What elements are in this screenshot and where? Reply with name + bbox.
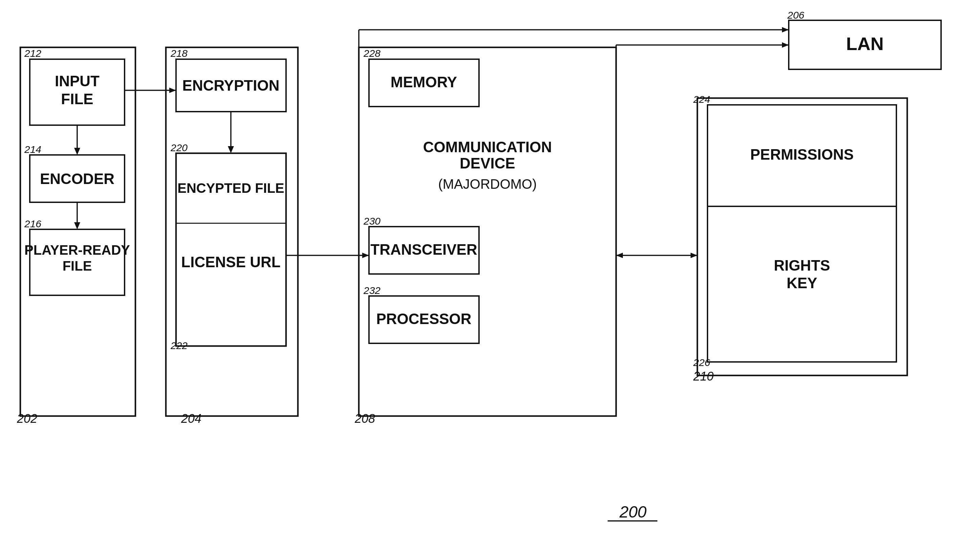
input-file-line1: INPUT <box>55 73 100 89</box>
svg-text:224: 224 <box>693 94 710 105</box>
svg-text:210: 210 <box>693 369 714 383</box>
processor-text: PROCESSOR <box>376 311 471 327</box>
permissions-text: PERMISSIONS <box>750 146 854 163</box>
memory-text: MEMORY <box>391 74 457 90</box>
main-diagram: 202 212 INPUT FILE 214 ENCODER 216 PLAYE… <box>0 0 980 550</box>
comm-device-title-text: COMMUNICATION <box>423 139 552 155</box>
svg-text:230: 230 <box>363 216 380 227</box>
figure-number-text: 200 <box>619 503 647 521</box>
svg-text:218: 218 <box>170 48 188 59</box>
svg-text:228: 228 <box>363 48 380 59</box>
player-ready-line1: PLAYER-READY <box>24 243 130 257</box>
svg-text:202: 202 <box>17 412 37 426</box>
transceiver-text: TRANSCEIVER <box>370 241 477 258</box>
svg-text:222: 222 <box>170 340 188 351</box>
svg-text:220: 220 <box>170 142 188 153</box>
player-ready-line2: FILE <box>63 258 92 273</box>
rights-key-line2: KEY <box>787 275 817 291</box>
comm-device-sub-text: (MAJORDOMO) <box>438 177 536 192</box>
comm-device-title-text2: DEVICE <box>460 155 515 171</box>
svg-text:226: 226 <box>693 357 710 368</box>
svg-text:216: 216 <box>24 218 41 229</box>
svg-text:212: 212 <box>24 48 41 59</box>
svg-text:206: 206 <box>787 10 804 21</box>
encoder-text: ENCODER <box>40 171 115 187</box>
svg-text:204: 204 <box>181 412 201 426</box>
svg-text:208: 208 <box>355 412 375 426</box>
license-url-text: LICENSE URL <box>181 254 280 270</box>
encrypted-file-text: ENCYPTED FILE <box>177 181 284 195</box>
lan-text: LAN <box>846 33 884 54</box>
input-file-line2: FILE <box>61 90 93 107</box>
svg-text:214: 214 <box>24 144 41 155</box>
encryption-text: ENCRYPTION <box>183 77 280 94</box>
svg-text:232: 232 <box>363 285 380 296</box>
rights-key-line1: RIGHTS <box>774 257 830 274</box>
